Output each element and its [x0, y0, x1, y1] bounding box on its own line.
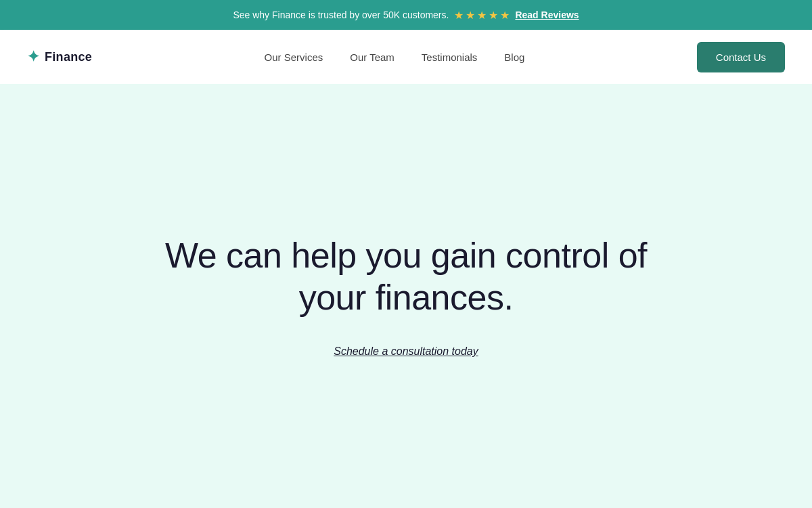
schedule-consultation-link[interactable]: Schedule a consultation today: [334, 345, 478, 358]
nav-our-services[interactable]: Our Services: [265, 51, 323, 63]
star-4: ★: [489, 9, 498, 22]
hero-title: We can help you gain control of your fin…: [152, 234, 660, 319]
top-banner: See why Finance is trusted by over 50K c…: [0, 0, 812, 30]
nav-links: Our Services Our Team Testimonials Blog: [265, 51, 525, 63]
banner-text: See why Finance is trusted by over 50K c…: [233, 9, 449, 20]
contact-us-button[interactable]: Contact Us: [697, 42, 785, 72]
nav-testimonials[interactable]: Testimonials: [422, 51, 478, 63]
navbar: ✦ Finance Our Services Our Team Testimon…: [0, 30, 812, 84]
star-3: ★: [477, 9, 487, 22]
star-5: ★: [500, 9, 510, 22]
star-ratings: ★ ★ ★ ★ ★: [454, 9, 510, 22]
nav-blog[interactable]: Blog: [504, 51, 524, 63]
nav-our-team[interactable]: Our Team: [350, 51, 394, 63]
read-reviews-link[interactable]: Read Reviews: [515, 9, 579, 20]
star-2: ★: [466, 9, 475, 22]
hero-section: We can help you gain control of your fin…: [0, 84, 812, 508]
logo-text: Finance: [45, 50, 92, 64]
logo-icon: ✦: [27, 48, 39, 66]
star-1: ★: [454, 9, 464, 22]
logo[interactable]: ✦ Finance: [27, 48, 92, 66]
